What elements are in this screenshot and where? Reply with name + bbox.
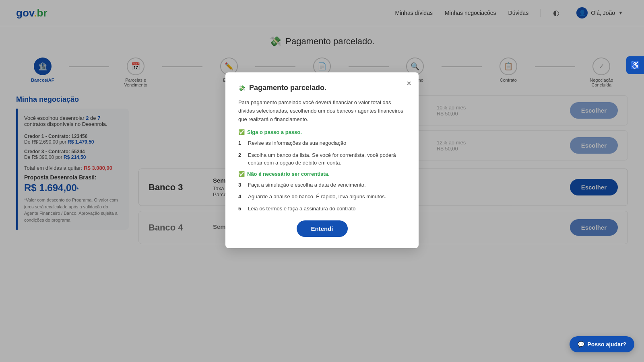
highlight-2-text: Não é necessário ser correntista. (247, 171, 330, 177)
highlight-1-text: Siga o passo a passo. (247, 129, 302, 135)
modal-description: Para pagamento parcelado você deverá fin… (238, 99, 406, 123)
modal-close-button[interactable]: × (407, 79, 411, 88)
step-text-4: Aguarde a análise do banco. É rápido, le… (248, 193, 386, 201)
step-num-5: 5 (238, 205, 245, 213)
modal-highlight-2: ✅ Não é necessário ser correntista. (238, 171, 406, 177)
step-text-5: Leia os termos e faça a assinatura do co… (248, 205, 355, 213)
entendi-button[interactable]: Entendi (297, 220, 348, 237)
modal-button-row: Entendi (238, 220, 406, 237)
modal-step-1: 1 Revise as informações da sua negociaçã… (238, 139, 406, 147)
step-num-3: 3 (238, 181, 245, 189)
modal-pagamento-parcelado: 💸 Pagamento parcelado. × Para pagamento … (225, 72, 419, 248)
modal-step-5: 5 Leia os termos e faça a assinatura do … (238, 205, 406, 213)
modal-highlight-1: ✅ Siga o passo a passo. (238, 129, 406, 135)
modal-step-3: 3 Faça a simulação e escolha a data de v… (238, 181, 406, 189)
modal-step-2: 2 Escolha um banco da lista. Se você for… (238, 151, 406, 167)
modal-overlay: 💸 Pagamento parcelado. × Para pagamento … (0, 0, 644, 265)
step-num-4: 4 (238, 193, 245, 201)
step-text-2: Escolha um banco da lista. Se você for c… (248, 151, 406, 167)
check-icon-2: ✅ (238, 171, 245, 177)
step-text-3: Faça a simulação e escolha a data de ven… (248, 181, 366, 189)
step-num-2: 2 (238, 151, 245, 159)
step-num-1: 1 (238, 139, 245, 147)
accessibility-widget[interactable]: ♿ (626, 56, 644, 74)
check-icon-1: ✅ (238, 129, 245, 135)
modal-header: 💸 Pagamento parcelado. (238, 84, 406, 92)
modal-step-4: 4 Aguarde a análise do banco. É rápido, … (238, 193, 406, 201)
step-text-1: Revise as informações da sua negociação (248, 139, 346, 147)
modal-title: Pagamento parcelado. (249, 84, 326, 92)
modal-title-icon: 💸 (238, 85, 245, 91)
